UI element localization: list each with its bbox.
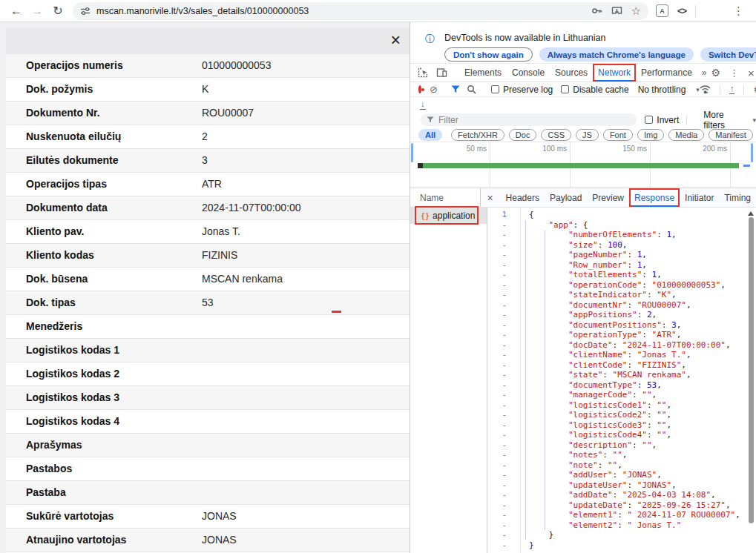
line-gutter[interactable]: - <box>487 490 507 500</box>
resource-type-chip[interactable]: CSS <box>541 129 571 141</box>
line-gutter[interactable]: - <box>487 340 507 351</box>
inspect-element-icon[interactable] <box>418 67 429 78</box>
browser-menu-icon[interactable]: ⋮ <box>733 4 744 18</box>
close-icon[interactable]: × <box>391 30 401 50</box>
line-gutter[interactable]: - <box>487 410 507 420</box>
line-gutter[interactable]: - <box>487 460 507 471</box>
infobar-button[interactable]: Always match Chrome's language <box>539 47 694 62</box>
line-gutter[interactable]: - <box>487 530 507 540</box>
devtools-tab[interactable]: Elements <box>459 64 507 82</box>
resource-type-chip[interactable]: Manifest <box>709 129 753 141</box>
line-gutter[interactable]: - <box>487 470 507 480</box>
devtools-tab[interactable]: Sources <box>550 64 593 82</box>
resource-type-chip[interactable]: Doc <box>509 129 537 141</box>
network-conditions-icon[interactable] <box>700 85 711 94</box>
detail-tab[interactable]: Headers <box>501 188 545 207</box>
line-gutter[interactable]: - <box>487 280 507 291</box>
detail-tab[interactable]: Initiator <box>680 188 719 207</box>
resource-type-chip[interactable]: Media <box>668 129 704 141</box>
password-key-icon[interactable] <box>591 5 602 16</box>
disable-cache-checkbox[interactable] <box>561 85 569 93</box>
network-overview-timeline[interactable]: 50 ms100 ms150 ms200 ms <box>410 142 756 188</box>
preserve-log-label[interactable]: Preserve log <box>503 85 553 95</box>
install-app-icon[interactable] <box>611 5 622 16</box>
line-gutter[interactable]: - <box>487 240 507 251</box>
line-gutter[interactable]: - <box>487 370 507 380</box>
line-gutter[interactable]: - <box>487 360 507 371</box>
line-gutter[interactable]: - <box>487 300 507 311</box>
resource-type-chip[interactable]: Fetch/XHR <box>451 129 504 141</box>
line-gutter[interactable]: - <box>487 500 507 511</box>
import-har-icon[interactable]: ↑ <box>729 85 735 94</box>
detail-tab[interactable]: Preview <box>587 188 629 207</box>
timeline-left-handle[interactable] <box>411 143 413 162</box>
bookmark-star-icon[interactable]: ☆ <box>631 5 641 16</box>
line-gutter[interactable]: - <box>487 390 507 400</box>
infobar-button[interactable]: Don't show again <box>444 47 533 62</box>
site-settings-icon[interactable] <box>80 6 91 16</box>
settings-gear-icon[interactable]: ⚙ <box>711 67 721 78</box>
record-icon[interactable] <box>418 85 421 93</box>
line-gutter[interactable]: - <box>487 250 507 260</box>
resource-type-chip[interactable]: JS <box>576 129 599 141</box>
translate-icon[interactable]: A <box>656 4 668 17</box>
line-gutter[interactable]: - <box>487 450 507 460</box>
resource-type-chip[interactable]: Img <box>637 129 664 141</box>
name-column-header[interactable]: Name <box>410 188 481 207</box>
url-text[interactable]: mscan.manorivile.lt/v3/sales_details/010… <box>96 6 582 16</box>
download-har-icon[interactable]: ↓ <box>420 100 426 110</box>
detail-tab[interactable]: Response <box>629 188 680 207</box>
line-gutter[interactable]: 1 <box>487 210 507 220</box>
line-gutter[interactable]: - <box>487 290 507 300</box>
line-gutter[interactable]: - <box>487 230 507 240</box>
infobar-button[interactable]: Switch DevTools to Lithuanian <box>700 47 756 62</box>
scroll-up-icon[interactable] <box>748 211 754 216</box>
scrollbar[interactable] <box>746 208 755 553</box>
line-gutter[interactable]: - <box>487 400 507 411</box>
devtools-tab[interactable]: Network <box>593 64 636 82</box>
line-gutter[interactable]: - <box>487 420 507 431</box>
devtools-close-icon[interactable]: × <box>748 67 755 79</box>
line-gutter[interactable]: - <box>487 310 507 320</box>
line-gutter[interactable]: - <box>487 540 507 551</box>
line-gutter[interactable]: - <box>487 260 507 271</box>
line-gutter[interactable]: - <box>487 350 507 360</box>
back-icon[interactable]: ← <box>6 4 27 18</box>
more-tabs-icon[interactable]: » <box>697 67 711 78</box>
preserve-log-checkbox[interactable] <box>491 85 499 93</box>
chip-all[interactable]: All <box>418 129 442 141</box>
line-gutter[interactable]: - <box>487 220 507 231</box>
filter-input[interactable]: Filter <box>421 113 637 126</box>
devtools-tab[interactable]: Console <box>507 64 550 82</box>
line-gutter[interactable]: - <box>487 480 507 491</box>
line-gutter[interactable]: - <box>487 440 507 451</box>
address-bar[interactable]: mscan.manorivile.lt/v3/sales_details/010… <box>73 2 648 20</box>
line-gutter[interactable]: - <box>487 330 507 340</box>
request-row[interactable]: {} application <box>410 208 487 224</box>
invert-checkbox[interactable] <box>645 116 653 124</box>
devtools-tab[interactable]: Performance <box>636 64 697 82</box>
line-gutter[interactable]: - <box>487 270 507 280</box>
line-gutter[interactable]: - <box>487 320 507 331</box>
line-gutter[interactable]: - <box>487 520 507 531</box>
resource-type-chip[interactable]: Font <box>603 129 633 141</box>
detail-tab[interactable]: Payload <box>545 188 587 207</box>
scrollbar-thumb[interactable] <box>749 217 754 523</box>
devtools-menu-icon[interactable]: ⋮ <box>729 67 739 79</box>
network-settings-gear-icon[interactable]: ⚙ <box>753 85 756 95</box>
device-toolbar-icon[interactable] <box>436 67 447 78</box>
throttling-select[interactable]: No throttling ▾ <box>638 85 700 95</box>
line-gutter[interactable]: - <box>487 430 507 440</box>
close-detail-icon[interactable]: × <box>481 192 500 204</box>
detail-tab[interactable]: Timing <box>719 188 756 207</box>
search-icon[interactable] <box>467 85 476 94</box>
forward-icon[interactable]: → <box>27 4 47 18</box>
extension-code-icon[interactable]: <> <box>677 6 686 16</box>
line-gutter[interactable]: - <box>487 380 507 391</box>
timeline-right-handle[interactable] <box>751 143 753 162</box>
filter-funnel-icon[interactable] <box>451 85 460 93</box>
disable-cache-label[interactable]: Disable cache <box>573 85 628 95</box>
line-gutter[interactable]: - <box>487 510 507 520</box>
invert-label[interactable]: Invert <box>657 115 679 125</box>
clear-icon[interactable]: ⊘ <box>430 85 438 94</box>
